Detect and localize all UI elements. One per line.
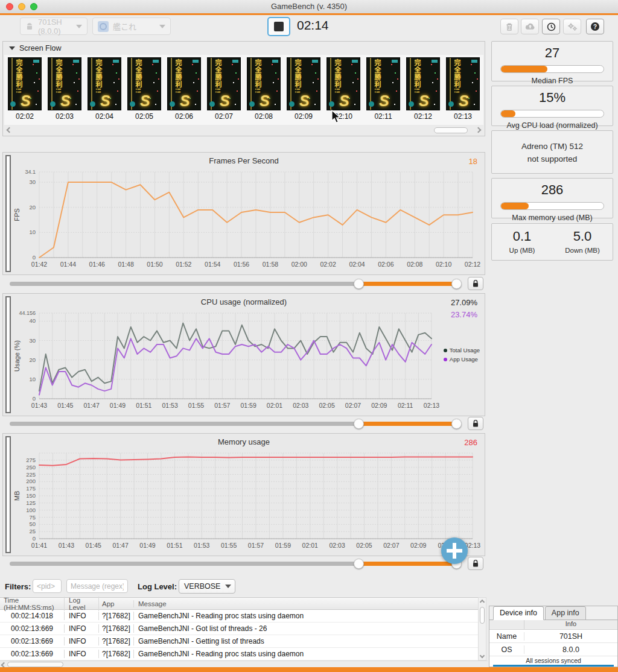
- svg-text:01:59: 01:59: [275, 542, 291, 549]
- thumbnail-image[interactable]: 完全勝利!!S: [207, 57, 241, 110]
- help-icon: ?: [590, 22, 600, 31]
- thumbnail-image[interactable]: 完全勝利!!S: [327, 57, 360, 110]
- memory-chart-canvas: 025507510012515017520022525027501:4101:4…: [13, 448, 482, 554]
- slider-handle-right[interactable]: [451, 279, 462, 289]
- scroll-down-icon[interactable]: [480, 653, 485, 658]
- table-row[interactable]: 00:02:14:018INFO?[17682]GameBenchJNI - R…: [0, 610, 478, 623]
- cloud-upload-icon: [525, 22, 535, 31]
- svg-text:01:49: 01:49: [139, 542, 155, 549]
- screen-flow-scrollbar[interactable]: [5, 127, 482, 135]
- slider-handle-right[interactable]: [451, 419, 462, 429]
- thumbnail-image[interactable]: 完全勝利!!S: [127, 57, 161, 110]
- col-message-header[interactable]: Message: [134, 600, 478, 607]
- slider-handle-left[interactable]: [354, 419, 364, 429]
- thumbnail-image[interactable]: 完全勝利!!S: [406, 57, 440, 110]
- thumb-particles: [152, 64, 153, 65]
- device-dropdown[interactable]: 701SH (8.0.0): [20, 17, 88, 35]
- thumbnail-image[interactable]: 完全勝利!!S: [48, 57, 81, 110]
- pid-filter-input[interactable]: [33, 579, 62, 593]
- stop-recording-button[interactable]: [267, 17, 290, 36]
- scroll-up-icon[interactable]: [480, 600, 485, 604]
- scrollbar-thumb[interactable]: [434, 127, 468, 133]
- thumb-banner-text: 完全勝利!!: [333, 59, 342, 94]
- table-row[interactable]: 00:02:13:669INFO?[17682]GameBenchJNI - G…: [0, 635, 478, 648]
- table-cell: 00:02:13:669: [0, 624, 65, 633]
- screen-flow-thumbnail[interactable]: 完全勝利!!S02:10: [325, 57, 362, 125]
- thumbnail-image[interactable]: 完全勝利!!S: [167, 57, 201, 110]
- svg-text:01:55: 01:55: [188, 402, 204, 409]
- thumbnail-image[interactable]: 完全勝利!!S: [247, 57, 281, 110]
- svg-text:02:09: 02:09: [371, 402, 387, 409]
- screen-flow-thumbnail[interactable]: 完全勝利!!S02:11: [365, 57, 401, 125]
- scrollbar-thumb[interactable]: [480, 607, 485, 624]
- svg-text:02:12: 02:12: [465, 261, 480, 268]
- svg-text:01:43: 01:43: [59, 542, 74, 549]
- thumb-button-circle: [289, 101, 295, 107]
- thumb-particles: [431, 64, 432, 65]
- screen-flow-thumbnail[interactable]: 完全勝利!!S02:02: [7, 57, 43, 125]
- screen-flow-thumbnail[interactable]: 完全勝利!!S02:04: [86, 57, 123, 125]
- screen-flow-thumbnail[interactable]: 完全勝利!!S02:07: [206, 57, 242, 125]
- max-memory-value: 286: [492, 182, 613, 198]
- add-marker-fab[interactable]: [441, 537, 468, 564]
- svg-text:01:43: 01:43: [31, 402, 47, 409]
- log-vertical-scrollbar[interactable]: [478, 597, 486, 661]
- screen-flow-thumbnail[interactable]: 完全勝利!!S02:13: [445, 57, 481, 125]
- thumb-hud-chip: [33, 60, 39, 63]
- memory-vertical-zoom-bar[interactable]: [5, 436, 11, 553]
- lock-range-button[interactable]: [468, 557, 483, 570]
- cpu-total-current-value: 27.09%: [451, 297, 477, 309]
- lock-range-button[interactable]: [468, 277, 483, 290]
- thumbnail-image[interactable]: 完全勝利!!S: [366, 57, 400, 110]
- col-level-header[interactable]: Log Level: [65, 597, 99, 611]
- thumb-button-circle: [249, 101, 255, 107]
- cpu-vertical-zoom-bar[interactable]: [5, 296, 11, 413]
- chevron-down-icon: [159, 25, 165, 28]
- help-button[interactable]: ?: [586, 19, 604, 34]
- chevron-down-icon: [76, 25, 82, 28]
- table-row[interactable]: 00:02:13:669INFO?[17682]GameBenchJNI - R…: [0, 648, 478, 661]
- log-level-select[interactable]: VERBOSE: [179, 579, 235, 594]
- upload-session-button[interactable]: [521, 19, 539, 34]
- scroll-left-icon[interactable]: [7, 127, 13, 133]
- svg-text:02:09: 02:09: [410, 542, 426, 549]
- device-os-row: OS 8.0.0: [489, 643, 617, 656]
- lock-range-button[interactable]: [468, 417, 483, 430]
- svg-text:0: 0: [33, 395, 36, 402]
- col-app-header[interactable]: App: [99, 600, 134, 607]
- screen-flow-thumbnail[interactable]: 完全勝利!!S02:06: [166, 57, 202, 125]
- slider-handle-left[interactable]: [354, 279, 364, 289]
- table-row[interactable]: 00:02:13:669INFO?[17682]GameBenchJNI - G…: [0, 623, 478, 635]
- fps-vertical-zoom-bar[interactable]: [5, 155, 11, 272]
- log-table-body: 00:02:14:018INFO?[17682]GameBenchJNI - R…: [0, 610, 478, 661]
- thumbnail-image[interactable]: 完全勝利!!S: [8, 57, 42, 110]
- delete-session-button[interactable]: [500, 19, 518, 34]
- screen-flow-thumbnail[interactable]: 完全勝利!!S02:12: [405, 57, 441, 125]
- screen-flow-thumbnail[interactable]: 完全勝利!!S02:03: [46, 57, 83, 125]
- settings-gears-icon: [567, 22, 578, 31]
- lock-icon: [472, 419, 479, 428]
- thumb-button-circle: [50, 101, 56, 107]
- tab-app-info[interactable]: App info: [545, 606, 586, 620]
- scrollbar-thumb[interactable]: [7, 662, 63, 667]
- svg-text:MB: MB: [13, 491, 21, 501]
- screen-flow-header[interactable]: Screen Flow: [3, 42, 485, 54]
- thumb-banner-text: 完全勝利!!: [54, 59, 63, 94]
- thumbnail-image[interactable]: 完全勝利!!S: [287, 57, 320, 110]
- slider-handle-left[interactable]: [354, 559, 364, 569]
- screen-flow-thumbnail[interactable]: 完全勝利!!S02:08: [246, 57, 282, 125]
- session-history-button[interactable]: [542, 19, 560, 34]
- thumb-button-circle: [10, 101, 16, 107]
- scroll-right-icon[interactable]: [476, 127, 482, 133]
- col-time-header[interactable]: Time (HH:MM:SS:ms): [0, 597, 65, 611]
- thumb-particles: [311, 64, 313, 65]
- app-dropdown[interactable]: 艦これ: [92, 17, 171, 35]
- svg-text:02:02: 02:02: [320, 261, 336, 268]
- message-filter-input[interactable]: [66, 579, 128, 593]
- screen-flow-thumbnail[interactable]: 完全勝利!!S02:05: [126, 57, 162, 125]
- tab-device-info[interactable]: Device info: [493, 606, 544, 620]
- thumbnail-image[interactable]: 完全勝利!!S: [446, 57, 480, 110]
- thumbnail-image[interactable]: 完全勝利!!S: [88, 57, 121, 110]
- settings-button[interactable]: [563, 19, 581, 34]
- screen-flow-thumbnail[interactable]: 完全勝利!!S02:09: [285, 57, 322, 125]
